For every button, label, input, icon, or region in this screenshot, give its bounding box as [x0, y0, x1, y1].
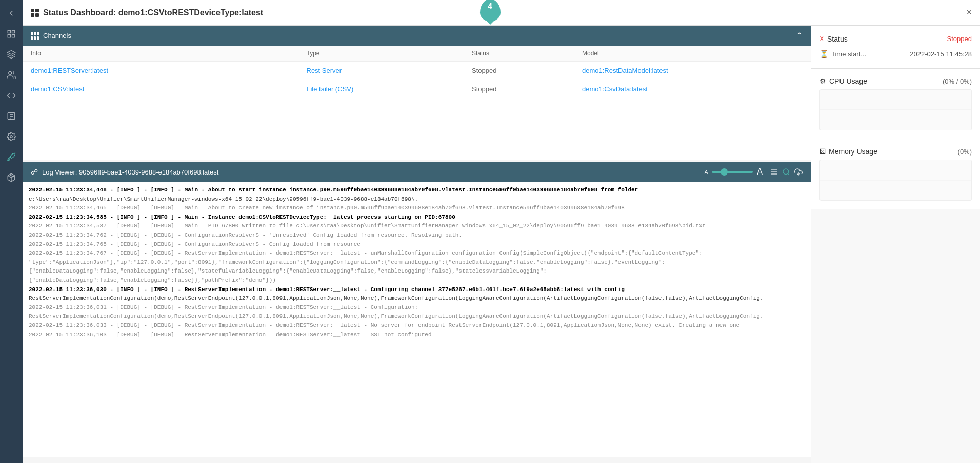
notification-badge: 4: [480, 0, 501, 22]
log-download-btn[interactable]: [794, 168, 803, 176]
log-scrollbar-x[interactable]: [23, 457, 811, 463]
col-header-model: Model: [582, 50, 803, 57]
svg-rect-2: [8, 35, 10, 37]
sidebar-item-document[interactable]: [2, 107, 21, 125]
channel-info-link-1[interactable]: demo1:RESTServer:latest: [31, 67, 108, 74]
log-controls: A A: [705, 167, 803, 177]
memory-icon: ⚄: [819, 147, 826, 156]
col-header-status: Status: [472, 50, 582, 57]
channels-table-header: Info Type Status Model: [23, 46, 811, 62]
font-size-slider[interactable]: [712, 171, 753, 173]
svg-rect-0: [8, 30, 10, 33]
sidebar-item-collapse[interactable]: [2, 4, 21, 23]
font-large-label: A: [757, 167, 763, 177]
log-line: 2022-02-15 11:23:34,585 - [INFO ] - [INF…: [29, 213, 805, 222]
memory-value: (0%): [958, 148, 972, 156]
log-line: RestServerImplementationConfiguration(de…: [29, 312, 805, 321]
sidebar: [0, 0, 23, 463]
svg-rect-3: [12, 35, 15, 37]
content-wrapper: Channels ⌃ Info Type Status Model demo1:…: [23, 26, 980, 463]
log-line: 2022-02-15 11:23:36,033 - [DEBUG] - [DEB…: [29, 321, 805, 331]
col-header-info: Info: [31, 50, 307, 57]
log-line: 2022-02-15 11:23:34,767 - [DEBUG] - [DEB…: [29, 249, 805, 258]
log-line: c:\Users\raa\Desktop\Unifier\SmartUnifie…: [29, 195, 805, 204]
main-content: 4 Status Dashboard: demo1:CSVtoRESTDevic…: [23, 0, 980, 463]
log-section: ☍ Log Viewer: 90596ff9-bae1-4039-9688-e1…: [23, 162, 811, 463]
sidebar-item-layers[interactable]: [2, 45, 21, 64]
svg-marker-4: [8, 51, 15, 55]
sidebar-item-rocket[interactable]: [2, 148, 21, 166]
log-line: 2022-02-15 11:23:36,103 - [DEBUG] - [DEB…: [29, 331, 805, 340]
channel-model-link-1[interactable]: demo1:RestDataModel:latest: [582, 67, 668, 74]
center-panel: Channels ⌃ Info Type Status Model demo1:…: [23, 26, 811, 463]
log-line: 2022-02-15 11:23:36,030 - [INFO ] - [INF…: [29, 285, 805, 295]
sidebar-item-settings[interactable]: [2, 127, 21, 146]
cpu-chart: [819, 89, 972, 130]
svg-point-10: [10, 136, 13, 138]
log-line: {"enableDataLogging":false,"enableLoggin…: [29, 276, 805, 285]
channels-collapse-icon[interactable]: ⌃: [796, 31, 803, 41]
log-line: "type":"ApplicationJson"},"ip":"127.0.0.…: [29, 258, 805, 267]
top-bar: Status Dashboard: demo1:CSVtoRESTDeviceT…: [23, 0, 980, 26]
channel-model-link-2[interactable]: demo1:CsvData:latest: [582, 85, 648, 93]
cpu-value: (0% / 0%): [943, 78, 972, 85]
page-title: Status Dashboard: demo1:CSVtoRESTDeviceT…: [31, 8, 263, 17]
channel-status-1: Stopped: [472, 67, 582, 74]
log-line: 2022-02-15 11:23:34,762 - [DEBUG] - [DEB…: [29, 231, 805, 240]
memory-section: ⚄ Memory Usage (0%): [811, 139, 980, 209]
log-content[interactable]: 2022-02-15 11:23:34,448 - [INFO ] - [INF…: [23, 182, 811, 457]
timestart-value: 2022-02-15 11:45:28: [910, 50, 972, 58]
close-button[interactable]: ×: [966, 7, 972, 18]
cpu-section: ⚙ CPU Usage (0% / 0%): [811, 69, 980, 139]
svg-rect-1: [12, 30, 15, 33]
channel-status-2: Stopped: [472, 85, 582, 93]
svg-point-17: [783, 169, 789, 175]
log-line: 2022-02-15 11:23:34,465 - [DEBUG] - [DEB…: [29, 204, 805, 213]
cpu-icon: ⚙: [819, 77, 826, 85]
channel-type-2[interactable]: File tailer (CSV): [307, 85, 354, 93]
table-row: demo1:CSV:latest File tailer (CSV) Stopp…: [23, 80, 811, 98]
svg-rect-6: [8, 112, 15, 120]
channels-table: Info Type Status Model demo1:RESTServer:…: [23, 46, 811, 98]
log-search-btn[interactable]: [782, 168, 790, 176]
font-small-label: A: [705, 169, 708, 175]
channel-info-link-2[interactable]: demo1:CSV:latest: [31, 85, 84, 93]
log-icon: ☍: [31, 168, 38, 176]
status-label: Status: [827, 35, 848, 43]
sidebar-item-users[interactable]: [2, 66, 21, 84]
timestart-label: Time start...: [831, 50, 866, 58]
sidebar-item-package[interactable]: [2, 168, 21, 187]
status-error-icon: ☓: [819, 34, 824, 44]
channels-empty-area: [23, 98, 811, 160]
channels-grid-icon: [31, 32, 39, 40]
sidebar-item-code[interactable]: [2, 86, 21, 105]
channels-header: Channels ⌃: [23, 26, 811, 46]
channels-section: Channels ⌃ Info Type Status Model demo1:…: [23, 26, 811, 160]
log-line: 2022-02-15 11:23:36,031 - [DEBUG] - [DEB…: [29, 303, 805, 313]
timestart-row: ⏳ Time start... 2022-02-15 11:45:28: [819, 48, 972, 60]
log-line: 2022-02-15 11:23:34,448 - [INFO ] - [INF…: [29, 186, 805, 195]
channel-type-1[interactable]: Rest Server: [307, 67, 342, 74]
log-line: 2022-02-15 11:23:34,587 - [DEBUG] - [DEB…: [29, 222, 805, 231]
memory-label: Memory Usage: [829, 147, 877, 156]
svg-line-18: [788, 173, 789, 175]
cpu-label: CPU Usage: [829, 77, 867, 85]
col-header-type: Type: [307, 50, 472, 57]
memory-chart: [819, 160, 972, 201]
clock-icon: ⏳: [819, 50, 828, 58]
grid-icon: [31, 9, 39, 17]
status-value: Stopped: [947, 35, 972, 43]
right-panel: ☓ Status Stopped ⏳ Time start... 2022-02…: [811, 26, 980, 463]
log-line: {"enableDataLogging":false,"enableLoggin…: [29, 267, 805, 276]
svg-point-5: [9, 71, 12, 74]
status-section: ☓ Status Stopped ⏳ Time start... 2022-02…: [811, 26, 980, 69]
font-size-slider-container: [712, 171, 753, 173]
table-row: demo1:RESTServer:latest Rest Server Stop…: [23, 62, 811, 80]
log-title: Log Viewer: 90596ff9-bae1-4039-9688-e184…: [42, 168, 218, 176]
log-align-btn[interactable]: [770, 168, 778, 176]
log-line: 2022-02-15 11:23:34,765 - [DEBUG] - [DEB…: [29, 240, 805, 249]
log-line: RestServerImplementationConfiguration(de…: [29, 294, 805, 303]
svg-line-12: [10, 175, 13, 177]
log-header: ☍ Log Viewer: 90596ff9-bae1-4039-9688-e1…: [23, 162, 811, 182]
sidebar-item-dashboard[interactable]: [2, 25, 21, 43]
